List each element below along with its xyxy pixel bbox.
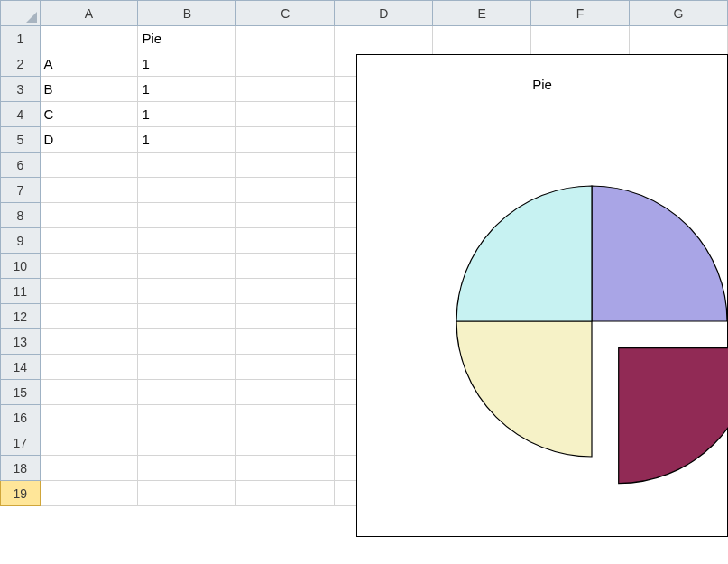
chart-container[interactable]: Pie — [356, 54, 728, 537]
cell[interactable] — [236, 380, 335, 405]
select-all-corner[interactable] — [1, 1, 41, 26]
cell[interactable] — [236, 329, 335, 355]
cell[interactable] — [335, 26, 433, 51]
cell[interactable]: D — [40, 127, 138, 153]
pie-slice[interactable] — [592, 186, 727, 321]
cell[interactable] — [40, 203, 138, 228]
cell[interactable] — [138, 456, 236, 481]
pie-slice[interactable] — [456, 186, 592, 321]
row-header[interactable]: 13 — [1, 329, 41, 355]
cell[interactable] — [236, 456, 335, 481]
row-header[interactable]: 1 — [1, 26, 41, 51]
col-header[interactable]: F — [531, 1, 630, 26]
col-header[interactable]: B — [138, 1, 236, 26]
col-header[interactable]: D — [335, 1, 433, 26]
cell[interactable] — [40, 405, 138, 430]
cell[interactable]: C — [40, 102, 138, 127]
cell[interactable] — [40, 355, 138, 380]
row-header[interactable]: 17 — [1, 430, 41, 456]
cell[interactable] — [138, 228, 236, 254]
cell[interactable] — [138, 329, 236, 355]
cell[interactable] — [236, 77, 335, 102]
col-header[interactable]: G — [630, 1, 728, 26]
cell[interactable]: A — [40, 51, 138, 77]
cell[interactable] — [40, 254, 138, 279]
cell[interactable] — [138, 405, 236, 430]
cell[interactable] — [236, 102, 335, 127]
row-header[interactable]: 16 — [1, 405, 41, 430]
cell[interactable] — [40, 153, 138, 178]
cell[interactable] — [236, 405, 335, 430]
row-header[interactable]: 7 — [1, 178, 41, 203]
row-header[interactable]: 11 — [1, 279, 41, 304]
cell[interactable] — [236, 127, 335, 153]
row-header[interactable]: 15 — [1, 380, 41, 405]
cell[interactable] — [236, 254, 335, 279]
pie-slice[interactable] — [456, 321, 592, 457]
col-header[interactable]: E — [433, 1, 531, 26]
cell[interactable] — [40, 456, 138, 481]
col-header[interactable]: C — [236, 1, 335, 26]
cell[interactable] — [40, 279, 138, 304]
cell[interactable] — [236, 203, 335, 228]
pie-slice[interactable] — [619, 348, 728, 484]
row-header[interactable]: 19 — [1, 481, 41, 506]
cell[interactable]: B — [40, 77, 138, 102]
cell[interactable] — [236, 355, 335, 380]
row-header[interactable]: 10 — [1, 254, 41, 279]
cell[interactable] — [138, 304, 236, 329]
cell[interactable] — [433, 26, 531, 51]
cell[interactable] — [236, 304, 335, 329]
cell[interactable] — [40, 26, 138, 51]
cell[interactable] — [236, 228, 335, 254]
cell[interactable]: 1 — [138, 51, 236, 77]
pie-chart — [429, 159, 728, 484]
row-header[interactable]: 12 — [1, 304, 41, 329]
cell[interactable]: 1 — [138, 127, 236, 153]
cell[interactable] — [138, 481, 236, 506]
cell[interactable] — [40, 304, 138, 329]
cell[interactable] — [630, 26, 728, 51]
cell[interactable] — [40, 178, 138, 203]
row-header[interactable]: 14 — [1, 355, 41, 380]
cell[interactable] — [236, 178, 335, 203]
cell[interactable] — [236, 481, 335, 506]
row-header[interactable]: 4 — [1, 102, 41, 127]
column-header-row: A B C D E F G — [1, 1, 728, 26]
cell[interactable] — [138, 430, 236, 456]
cell[interactable] — [236, 279, 335, 304]
cell[interactable] — [236, 51, 335, 77]
table-row: 1Pie — [1, 26, 728, 51]
cell[interactable] — [138, 380, 236, 405]
cell[interactable] — [236, 430, 335, 456]
cell[interactable] — [138, 254, 236, 279]
cell[interactable]: 1 — [138, 102, 236, 127]
cell[interactable] — [236, 153, 335, 178]
cell[interactable] — [138, 153, 236, 178]
cell[interactable] — [138, 178, 236, 203]
cell[interactable] — [40, 430, 138, 456]
col-header[interactable]: A — [40, 1, 138, 26]
row-header[interactable]: 5 — [1, 127, 41, 153]
row-header[interactable]: 18 — [1, 456, 41, 481]
cell[interactable] — [138, 279, 236, 304]
cell[interactable] — [138, 355, 236, 380]
chart-title: Pie — [357, 77, 727, 92]
cell[interactable] — [40, 380, 138, 405]
cell[interactable]: Pie — [138, 26, 236, 51]
row-header[interactable]: 2 — [1, 51, 41, 77]
cell[interactable] — [138, 203, 236, 228]
cell[interactable]: 1 — [138, 77, 236, 102]
row-header[interactable]: 6 — [1, 153, 41, 178]
cell[interactable] — [531, 26, 630, 51]
row-header[interactable]: 3 — [1, 77, 41, 102]
row-header[interactable]: 9 — [1, 228, 41, 254]
cell[interactable] — [40, 329, 138, 355]
row-header[interactable]: 8 — [1, 203, 41, 228]
cell[interactable] — [236, 26, 335, 51]
cell[interactable] — [40, 228, 138, 254]
cell[interactable] — [40, 481, 138, 506]
